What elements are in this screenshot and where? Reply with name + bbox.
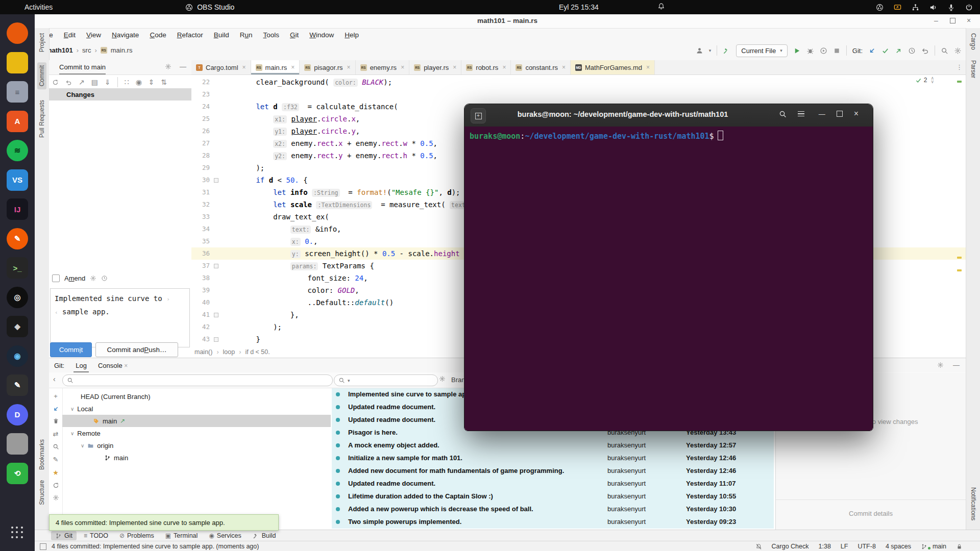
commit-row[interactable]: Added a new powerup which is decrease th… (332, 503, 774, 516)
dock-files[interactable] (7, 52, 28, 73)
tab-robot.rs[interactable]: RSrobot.rs× (461, 60, 511, 74)
status-message[interactable]: 4 files committed: Implemented sine curv… (52, 543, 259, 550)
rollback-icon[interactable] (65, 79, 72, 86)
settings-icon[interactable] (53, 494, 59, 501)
clock[interactable]: Eyl 25 15:34 (559, 0, 599, 14)
status-encoding[interactable]: UTF-8 (857, 543, 875, 550)
branch-row-remote[interactable]: ∨Remote (62, 427, 331, 439)
close-button[interactable]: × (965, 16, 973, 24)
terminal-body[interactable]: buraks@moon:~/development/game-dev-with-… (464, 127, 873, 431)
fold-marker-icon[interactable] (214, 178, 218, 183)
profile-icon[interactable] (820, 47, 827, 55)
editor-breadcrumb[interactable]: main() › loop › if d < 50. (194, 348, 270, 356)
debug-icon[interactable] (806, 47, 814, 55)
stripe-structure[interactable]: Structure (38, 480, 45, 505)
menu-view[interactable]: View (86, 31, 101, 39)
breadcrumb-file[interactable]: main.rs (111, 46, 133, 54)
menu-run[interactable]: Run (240, 31, 253, 39)
status-cargo-check[interactable]: Cargo Check (772, 543, 809, 550)
status-caret-position[interactable]: 1:38 (819, 543, 831, 550)
screen-share-icon[interactable] (894, 4, 901, 11)
hide-panel-icon[interactable]: — (180, 63, 186, 70)
power-icon[interactable] (965, 4, 973, 11)
toolwindow-git[interactable]: Git (51, 531, 77, 540)
menu-tools[interactable]: Tools (263, 31, 280, 39)
branch-row-head-current-branch-[interactable]: HEAD (Current Branch) (62, 390, 331, 403)
status-window-icon[interactable] (40, 543, 46, 550)
run-icon[interactable] (793, 47, 801, 55)
favorite-icon[interactable]: ★ (53, 469, 59, 477)
dock-terminal-app[interactable]: >_ (7, 257, 28, 279)
dock-firefox[interactable] (7, 22, 28, 44)
group-by-icon[interactable]: ∷ (125, 78, 129, 86)
edit-icon[interactable]: ✎ (53, 456, 59, 463)
terminal-search-icon[interactable] (779, 110, 787, 118)
close-icon[interactable]: × (124, 362, 128, 369)
dock-archive-manager[interactable]: ≡ (7, 81, 28, 103)
tab-pisagor.rs[interactable]: RSpisagor.rs× (300, 60, 355, 74)
toolwindow-todo[interactable]: ≡TODO (80, 531, 112, 540)
close-icon[interactable]: × (562, 64, 566, 71)
menu-refactor[interactable]: Refactor (177, 31, 203, 39)
tab-constant.rs[interactable]: RSconstant.rs× (511, 60, 571, 74)
breadcrumb-src[interactable]: src (82, 46, 91, 54)
stripe-notifications[interactable]: Notifications (970, 487, 977, 520)
collapse-all-icon[interactable]: ⇅ (161, 78, 167, 86)
changes-section[interactable]: Changes (49, 88, 191, 101)
branch-row-main[interactable]: main↗ (62, 415, 331, 427)
search-everywhere-icon[interactable] (941, 47, 948, 55)
commit-row[interactable]: A mock enemy object added.buraksenyurtYe… (332, 439, 774, 452)
menu-build[interactable]: Build (214, 31, 229, 39)
status-line-ending[interactable]: LF (841, 543, 848, 550)
breadcrumb-loop[interactable]: loop (223, 348, 235, 356)
shelve-icon[interactable]: ⇓ (105, 78, 111, 86)
menu-help[interactable]: Help (345, 31, 359, 39)
notification-bell-icon[interactable] (657, 3, 665, 10)
close-icon[interactable]: × (453, 64, 456, 71)
amend-gear-icon[interactable] (90, 275, 96, 282)
activities-button[interactable]: Activities (24, 3, 53, 11)
close-icon[interactable]: × (401, 64, 404, 71)
status-indent[interactable]: 4 spaces (886, 543, 911, 550)
dock-app-gray[interactable] (7, 433, 28, 455)
chevron-down-icon[interactable]: ∨ (70, 406, 74, 412)
commit-panel-title[interactable]: Commit to main (59, 63, 106, 71)
close-icon[interactable]: × (242, 64, 246, 71)
dock-obs-studio[interactable]: ◎ (7, 287, 28, 308)
close-icon[interactable]: × (347, 64, 351, 71)
fold-marker-icon[interactable] (214, 337, 218, 342)
commit-row[interactable]: Lifetime duration added to the Captain S… (332, 490, 774, 503)
commit-row[interactable]: Added new document for math fundamentals… (332, 465, 774, 478)
chevron-down-icon[interactable]: ∨ (70, 431, 74, 436)
volume-icon[interactable] (929, 4, 937, 11)
dock-discord[interactable]: D (7, 404, 28, 425)
minimize-button[interactable]: – (932, 16, 940, 24)
expand-all-icon[interactable]: ⇕ (149, 78, 155, 86)
branch-row-origin[interactable]: ∨origin (62, 439, 331, 452)
network-icon[interactable] (912, 4, 919, 11)
commit-and-push-button[interactable]: Commit and Push… (95, 342, 178, 357)
menu-git[interactable]: Git (290, 31, 299, 39)
new-tab-button[interactable]: + (471, 108, 486, 123)
amend-checkbox[interactable] (52, 274, 60, 282)
tab-console[interactable]: Console × (98, 362, 128, 369)
close-icon[interactable]: × (502, 64, 506, 71)
hide-panel-icon[interactable]: — (953, 361, 960, 369)
build-project-icon[interactable] (723, 47, 730, 55)
tab-enemy.rs[interactable]: RSenemy.rs× (356, 60, 410, 74)
forward-icon[interactable]: ↗ (79, 78, 85, 86)
inspections-widget[interactable]: 2 ∧∨ (915, 77, 934, 84)
focused-app-menu[interactable]: OBS Studio (185, 3, 234, 11)
log-settings-gear-icon[interactable] (937, 361, 944, 369)
dock-vscode[interactable]: VS (7, 169, 28, 191)
tab-Cargo.toml[interactable]: TCargo.toml× (191, 60, 251, 74)
toolwindow-build[interactable]: Build (249, 531, 280, 540)
status-readonly-lock[interactable] (956, 543, 963, 550)
log-search-input[interactable] (62, 374, 333, 386)
dock-ubuntu-software[interactable]: A (7, 111, 28, 132)
terminal-maximize-button[interactable] (837, 111, 843, 117)
git-commit-icon[interactable] (881, 47, 889, 55)
status-notifications-muted[interactable] (755, 543, 762, 550)
commit-row[interactable]: Two simple powerups implemented.buraksen… (332, 516, 774, 529)
tab-player.rs[interactable]: RSplayer.rs× (409, 60, 461, 74)
